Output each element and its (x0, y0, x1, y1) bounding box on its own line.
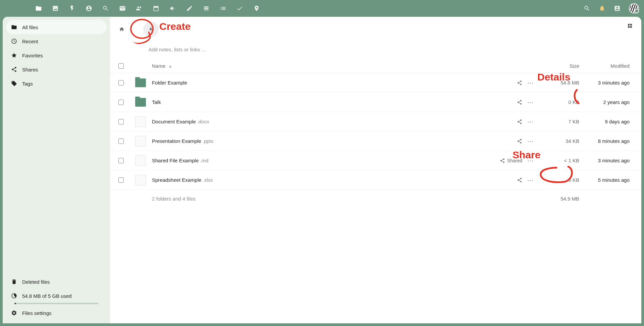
file-size: 54.8 MB (539, 80, 579, 86)
deck-app-icon[interactable] (203, 5, 210, 12)
file-row[interactable]: Shared File Example.mdShared⋯< 1 KB3 min… (110, 151, 641, 170)
star-icon (11, 52, 17, 58)
contacts-menu-icon[interactable] (614, 5, 621, 12)
app-body: All files Recent Favorites Shares Tags (3, 17, 641, 323)
file-size: 7 KB (539, 119, 579, 124)
row-checkbox[interactable] (118, 80, 135, 86)
file-modified: 3 minutes ago (579, 158, 633, 163)
file-name[interactable]: Document Example.docx (152, 119, 475, 124)
storage-bar (14, 303, 98, 304)
file-row[interactable]: Folder Example⋯54.8 MB3 minutes ago (110, 73, 641, 93)
search-icon[interactable] (584, 5, 590, 12)
contacts-app-icon[interactable] (136, 5, 143, 12)
file-name[interactable]: Talk (152, 99, 475, 105)
more-actions-button[interactable]: ⋯ (522, 99, 539, 106)
file-row[interactable]: Presentation Example.pptx⋯34 KB8 minutes… (110, 131, 641, 151)
main-content: + Add notes, lists or links … Name▲ Size… (110, 17, 641, 323)
file-name[interactable]: Presentation Example.pptx (152, 138, 475, 144)
notes-placeholder[interactable]: Add notes, lists or links … (110, 38, 641, 59)
files-app-icon[interactable] (35, 5, 42, 12)
sidebar-item-tags[interactable]: Tags (6, 76, 107, 91)
file-row[interactable]: Talk⋯0 KB2 years ago (110, 93, 641, 112)
file-thumb (135, 136, 146, 147)
column-name[interactable]: Name▲ (152, 63, 475, 69)
summary-text: 2 folders and 4 files (152, 196, 475, 202)
sidebar-item-deleted[interactable]: Deleted files (6, 275, 107, 289)
share-button[interactable]: Shared (475, 158, 522, 163)
row-checkbox[interactable] (118, 158, 135, 163)
summary-row: 2 folders and 4 files 54.9 MB (110, 190, 641, 208)
file-thumb (135, 155, 146, 166)
file-size: 34 KB (539, 138, 579, 144)
file-modified: 2 years ago (579, 99, 633, 105)
share-button[interactable] (475, 119, 522, 124)
file-name[interactable]: Shared File Example.md (152, 158, 475, 163)
maps-app-icon[interactable] (253, 5, 260, 12)
share-button[interactable] (475, 80, 522, 86)
file-row[interactable]: Spreadsheet Example.xlsx⋯6 KB5 minutes a… (110, 170, 641, 190)
clock-icon (11, 38, 17, 44)
sidebar-item-all-files[interactable]: All files (6, 20, 107, 34)
share-button[interactable] (475, 139, 522, 144)
sidebar-item-label: 54.8 MB of 5 GB used (22, 293, 72, 299)
more-actions-button[interactable]: ⋯ (522, 157, 539, 164)
file-name[interactable]: Folder Example (152, 80, 475, 86)
sidebar: All files Recent Favorites Shares Tags (3, 17, 110, 323)
sidebar-item-storage[interactable]: 54.8 MB of 5 GB used (6, 289, 107, 303)
file-modified: 3 minutes ago (579, 80, 633, 86)
folder-icon (135, 98, 146, 107)
more-actions-button[interactable]: ⋯ (522, 79, 539, 87)
tasks-app-icon[interactable] (236, 5, 243, 12)
sidebar-nav: All files Recent Favorites Shares Tags (3, 20, 110, 271)
file-modified: 9 days ago (579, 119, 633, 124)
mail-app-icon[interactable] (119, 5, 126, 12)
file-modified: 8 minutes ago (579, 138, 633, 144)
more-actions-button[interactable]: ⋯ (522, 176, 539, 184)
select-all-checkbox[interactable] (118, 63, 135, 69)
row-checkbox[interactable] (118, 139, 135, 144)
pie-icon (11, 293, 17, 299)
sidebar-item-settings[interactable]: Files settings (6, 306, 107, 320)
sidebar-item-recent[interactable]: Recent (6, 34, 107, 48)
talk-app-icon[interactable] (86, 5, 92, 12)
row-checkbox[interactable] (118, 177, 135, 183)
file-table-header: Name▲ Size Modified (110, 59, 641, 73)
column-size[interactable]: Size (539, 63, 579, 69)
share-status: Shared (507, 158, 522, 163)
sidebar-item-label: Files settings (22, 310, 52, 316)
sidebar-item-label: Deleted files (22, 279, 50, 285)
share-button[interactable] (475, 100, 522, 105)
share-button[interactable] (475, 177, 522, 183)
list-app-icon[interactable] (220, 5, 226, 12)
more-actions-button[interactable]: ⋯ (522, 118, 539, 125)
notes-app-icon[interactable] (186, 5, 193, 12)
file-modified: 5 minutes ago (579, 177, 633, 183)
row-checkbox[interactable] (118, 119, 135, 124)
sidebar-item-shares[interactable]: Shares (6, 62, 107, 76)
app-logo[interactable] (5, 5, 25, 12)
trash-icon (11, 279, 17, 285)
file-size: 6 KB (539, 177, 579, 183)
photos-app-icon[interactable] (52, 5, 59, 12)
sidebar-item-favorites[interactable]: Favorites (6, 48, 107, 62)
search-app-icon[interactable] (102, 5, 109, 12)
tag-icon (11, 80, 17, 87)
more-actions-button[interactable]: ⋯ (522, 138, 539, 145)
file-row[interactable]: Document Example.docx⋯7 KB9 days ago (110, 112, 641, 131)
topbar-left (5, 5, 260, 12)
view-toggle[interactable] (627, 23, 633, 30)
calendar-app-icon[interactable] (153, 5, 159, 12)
breadcrumb-home[interactable] (118, 26, 125, 33)
toolbar: + (110, 17, 641, 38)
sort-ascending-icon: ▲ (168, 64, 172, 68)
column-modified[interactable]: Modified (579, 63, 633, 69)
gear-icon (11, 310, 17, 316)
announcement-app-icon[interactable] (169, 5, 176, 12)
row-checkbox[interactable] (118, 100, 135, 105)
notifications-icon[interactable] (599, 5, 605, 12)
activity-app-icon[interactable] (69, 5, 75, 12)
user-avatar[interactable] (629, 3, 639, 13)
file-thumb (135, 116, 146, 127)
create-button[interactable]: + (144, 22, 158, 37)
file-name[interactable]: Spreadsheet Example.xlsx (152, 177, 475, 183)
